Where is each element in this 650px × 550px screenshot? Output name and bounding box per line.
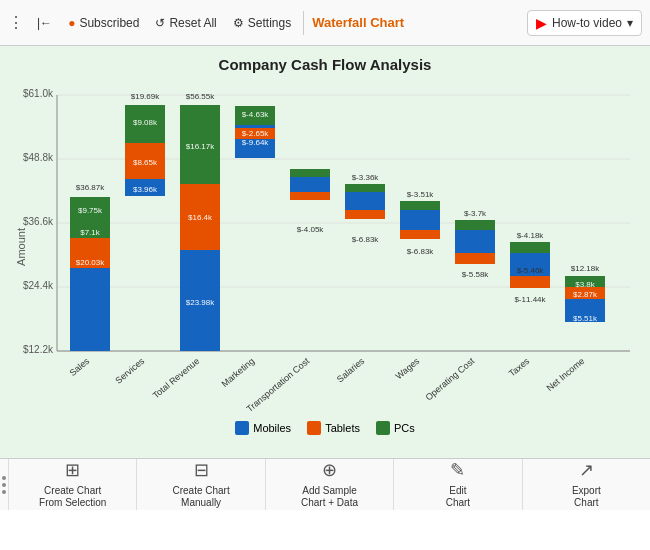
create-manually-label: Create Chart Manually (172, 485, 229, 509)
subscribed-button[interactable]: ● Subscribed (64, 14, 143, 32)
add-sample-icon: ⊕ (322, 460, 337, 482)
edit-chart-button[interactable]: ✎ Edit Chart (394, 459, 522, 510)
svg-text:$-6.83k: $-6.83k (407, 247, 435, 256)
svg-text:$3.96k: $3.96k (133, 185, 158, 194)
svg-text:Operating Cost: Operating Cost (423, 356, 476, 403)
svg-text:$-3.36k: $-3.36k (352, 173, 380, 182)
subscribed-icon: ● (68, 16, 75, 30)
svg-rect-54 (455, 230, 495, 253)
svg-text:$9.08k: $9.08k (133, 118, 158, 127)
svg-rect-49 (400, 210, 440, 230)
settings-button[interactable]: ⚙ Settings (229, 14, 295, 32)
legend-mobiles-label: Mobiles (253, 422, 291, 434)
toolbar-dots-icon[interactable]: ⋮ (8, 13, 25, 32)
chart-svg: $61.0k $48.8k $36.6k $24.4k $12.2k Amoun… (15, 77, 635, 417)
create-from-selection-label: Create Chart From Selection (39, 485, 106, 509)
svg-text:$19.69k: $19.69k (131, 92, 160, 101)
svg-text:$16.17k: $16.17k (186, 142, 215, 151)
svg-text:$-5.58k: $-5.58k (462, 270, 490, 279)
svg-text:$-4.63k: $-4.63k (242, 110, 270, 119)
bottom-bar: ⊞ Create Chart From Selection ⊟ Create C… (0, 458, 650, 510)
svg-text:$48.8k: $48.8k (23, 152, 54, 163)
legend-tablets-color (307, 421, 321, 435)
svg-rect-51 (400, 201, 440, 210)
create-manually-icon: ⊟ (194, 460, 209, 482)
toolbar: ⋮ |← ● Subscribed ↺ Reset All ⚙ Settings… (0, 0, 650, 46)
svg-text:$23.98k: $23.98k (186, 298, 215, 307)
reset-label: Reset All (169, 16, 216, 30)
howto-button[interactable]: ▶ How-to video ▾ (527, 10, 642, 36)
reset-icon: ↺ (155, 16, 165, 30)
svg-rect-60 (510, 276, 550, 288)
svg-text:$56.55k: $56.55k (186, 92, 215, 101)
back-button[interactable]: |← (33, 14, 56, 32)
svg-rect-42 (290, 169, 330, 177)
svg-text:Sales: Sales (68, 356, 92, 378)
svg-rect-44 (345, 192, 385, 210)
svg-text:Services: Services (113, 356, 146, 386)
svg-rect-61 (510, 242, 550, 253)
svg-text:$36.87k: $36.87k (76, 183, 105, 192)
svg-rect-56 (455, 220, 495, 230)
legend-mobiles-color (235, 421, 249, 435)
svg-text:$5.51k: $5.51k (573, 314, 598, 323)
chart-area: Company Cash Flow Analysis $61.0k $48.8k… (0, 46, 650, 458)
svg-text:$12.2k: $12.2k (23, 344, 54, 355)
svg-text:$20.03k: $20.03k (76, 258, 105, 267)
edit-chart-icon: ✎ (450, 460, 465, 482)
export-chart-icon: ↗ (579, 460, 594, 482)
svg-text:Salaries: Salaries (335, 356, 367, 385)
add-sample-label: Add Sample Chart + Data (301, 485, 358, 509)
separator (303, 11, 304, 35)
svg-text:Wages: Wages (394, 356, 422, 382)
legend-pcs-color (376, 421, 390, 435)
svg-text:Amount: Amount (15, 228, 27, 266)
svg-text:$-3.51k: $-3.51k (407, 190, 435, 199)
settings-icon: ⚙ (233, 16, 244, 30)
chart-type-title: Waterfall Chart (312, 15, 404, 30)
svg-text:$61.0k: $61.0k (23, 88, 54, 99)
svg-text:$2.87k: $2.87k (573, 290, 598, 299)
create-from-selection-icon: ⊞ (65, 460, 80, 482)
chart-title: Company Cash Flow Analysis (10, 56, 640, 73)
svg-text:$8.65k: $8.65k (133, 158, 158, 167)
back-icon: |← (37, 16, 52, 30)
svg-text:$-4.18k: $-4.18k (517, 231, 545, 240)
export-chart-button[interactable]: ↗ Export Chart (523, 459, 650, 510)
subscribed-label: Subscribed (79, 16, 139, 30)
svg-text:Total Revenue: Total Revenue (151, 356, 202, 401)
svg-rect-55 (455, 253, 495, 264)
youtube-icon: ▶ (536, 15, 547, 31)
svg-text:$9.75k: $9.75k (78, 206, 103, 215)
svg-text:$12.18k: $12.18k (571, 264, 600, 273)
svg-rect-50 (400, 230, 440, 239)
svg-text:$-4.05k: $-4.05k (297, 225, 325, 234)
create-chart-manually-button[interactable]: ⊟ Create Chart Manually (137, 459, 265, 510)
svg-text:$-3.7k: $-3.7k (464, 209, 487, 218)
svg-rect-45 (345, 210, 385, 219)
legend-tablets: Tablets (307, 421, 360, 435)
bottom-dots (0, 459, 9, 510)
svg-text:$24.4k: $24.4k (23, 280, 54, 291)
reset-button[interactable]: ↺ Reset All (151, 14, 220, 32)
svg-text:Net Income: Net Income (545, 356, 587, 393)
export-chart-label: Export Chart (572, 485, 601, 509)
howto-chevron-icon: ▾ (627, 16, 633, 30)
create-chart-from-selection-button[interactable]: ⊞ Create Chart From Selection (9, 459, 137, 510)
legend-mobiles: Mobiles (235, 421, 291, 435)
svg-text:$3.8k: $3.8k (575, 280, 596, 289)
svg-rect-46 (345, 184, 385, 192)
svg-rect-13 (70, 267, 110, 351)
svg-rect-41 (290, 192, 330, 200)
svg-text:$-5.46k: $-5.46k (517, 266, 545, 275)
add-sample-chart-button[interactable]: ⊕ Add Sample Chart + Data (266, 459, 394, 510)
legend-pcs-label: PCs (394, 422, 415, 434)
edit-chart-label: Edit Chart (446, 485, 470, 509)
svg-text:$-9.64k: $-9.64k (242, 138, 270, 147)
svg-text:$-2.65k: $-2.65k (242, 129, 270, 138)
svg-rect-40 (290, 177, 330, 192)
svg-text:$-6.83k: $-6.83k (352, 235, 380, 244)
chart-legend: Mobiles Tablets PCs (10, 417, 640, 439)
legend-tablets-label: Tablets (325, 422, 360, 434)
howto-label: How-to video (552, 16, 622, 30)
